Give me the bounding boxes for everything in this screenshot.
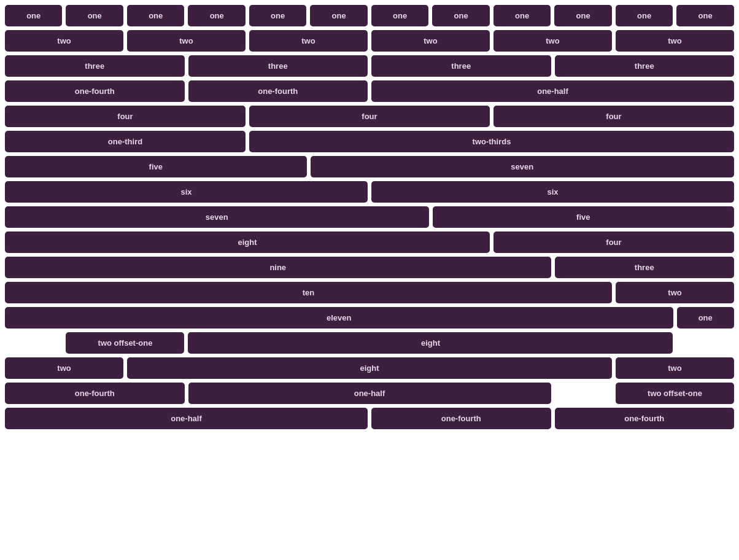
cell-r16-c1: one-fourth bbox=[5, 383, 185, 404]
cell-r10-c2: four bbox=[493, 231, 734, 253]
cell-r10-c1: eight bbox=[5, 231, 490, 253]
row-4: one-fourthone-fourthone-half bbox=[5, 80, 734, 102]
cell-r1-c7: one bbox=[371, 5, 428, 26]
cell-r3-c1: three bbox=[5, 55, 185, 77]
cell-r15-c1: two bbox=[5, 357, 123, 379]
row-16: one-fourthone-halftwo offset-one bbox=[5, 383, 734, 404]
cell-r16-c2: one-half bbox=[188, 383, 551, 404]
cell-r13-c2: one bbox=[677, 307, 734, 329]
row-5: fourfourfour bbox=[5, 106, 734, 127]
cell-r6-c1: one-third bbox=[5, 131, 246, 152]
cell-r3-c4: three bbox=[555, 55, 735, 77]
cell-r17-c3: one-fourth bbox=[555, 408, 735, 429]
cell-r11-c1: nine bbox=[5, 257, 551, 278]
cell-r2-c2: two bbox=[127, 30, 246, 52]
cell-r7-c2: seven bbox=[311, 156, 735, 177]
row-17: one-halfone-fourthone-fourth bbox=[5, 408, 734, 429]
cell-r1-c2: one bbox=[66, 5, 123, 26]
cell-r14-c1: two offset-one bbox=[66, 332, 184, 354]
cell-r2-c4: two bbox=[371, 30, 490, 52]
cell-r2-c6: two bbox=[616, 30, 734, 52]
row-8: sixsix bbox=[5, 181, 734, 203]
cell-r5-c2: four bbox=[249, 106, 490, 127]
row-9: sevenfive bbox=[5, 206, 734, 228]
cell-r1-c9: one bbox=[493, 5, 551, 26]
cell-r15-c2: eight bbox=[127, 357, 612, 379]
row-7: fiveseven bbox=[5, 156, 734, 177]
cell-r15-c3: two bbox=[616, 357, 734, 379]
cell-r2-c1: two bbox=[5, 30, 123, 52]
cell-r11-c2: three bbox=[555, 257, 735, 278]
cell-r3-c3: three bbox=[371, 55, 551, 77]
cell-r8-c1: six bbox=[5, 181, 368, 203]
cell-r12-c1: ten bbox=[5, 282, 612, 303]
cell-r1-c10: one bbox=[554, 5, 611, 26]
cell-r5-c3: four bbox=[493, 106, 734, 127]
cell-r9-c1: seven bbox=[5, 206, 429, 228]
cell-r6-c2: two-thirds bbox=[249, 131, 734, 152]
cell-r17-c1: one-half bbox=[5, 408, 368, 429]
cell-r1-c8: one bbox=[432, 5, 489, 26]
row-1: oneoneoneoneoneoneoneoneoneoneoneone bbox=[5, 5, 734, 26]
cell-r8-c2: six bbox=[371, 181, 734, 203]
cell-r5-c1: four bbox=[5, 106, 246, 127]
cell-r2-c3: two bbox=[249, 30, 368, 52]
cell-r1-c5: one bbox=[249, 5, 306, 26]
row-15: twoeighttwo bbox=[5, 357, 734, 379]
cell-r1-c6: one bbox=[310, 5, 367, 26]
cell-r9-c2: five bbox=[433, 206, 735, 228]
cell-r7-c1: five bbox=[5, 156, 307, 177]
cell-r14-c2: eight bbox=[188, 332, 673, 354]
grid-container: oneoneoneoneoneoneoneoneoneoneoneonetwot… bbox=[5, 5, 734, 429]
row-6: one-thirdtwo-thirds bbox=[5, 131, 734, 152]
row-3: threethreethreethree bbox=[5, 55, 734, 77]
cell-r1-c4: one bbox=[188, 5, 245, 26]
cell-r4-c2: one-fourth bbox=[188, 80, 368, 102]
row-2: twotwotwotwotwotwo bbox=[5, 30, 734, 52]
cell-r1-c11: one bbox=[616, 5, 673, 26]
cell-r1-c3: one bbox=[127, 5, 184, 26]
row-14: two offset-oneeight bbox=[5, 332, 734, 354]
row-11: ninethree bbox=[5, 257, 734, 278]
cell-r2-c5: two bbox=[493, 30, 612, 52]
row-12: tentwo bbox=[5, 282, 734, 303]
row-13: elevenone bbox=[5, 307, 734, 329]
cell-r16-c3: two offset-one bbox=[616, 383, 734, 404]
row-10: eightfour bbox=[5, 231, 734, 253]
cell-r4-c1: one-fourth bbox=[5, 80, 185, 102]
cell-r1-c12: one bbox=[676, 5, 733, 26]
cell-r3-c2: three bbox=[188, 55, 368, 77]
cell-r4-c3: one-half bbox=[371, 80, 734, 102]
cell-r1-c1: one bbox=[5, 5, 62, 26]
cell-r17-c2: one-fourth bbox=[371, 408, 551, 429]
cell-r13-c1: eleven bbox=[5, 307, 673, 329]
cell-r12-c2: two bbox=[616, 282, 734, 303]
